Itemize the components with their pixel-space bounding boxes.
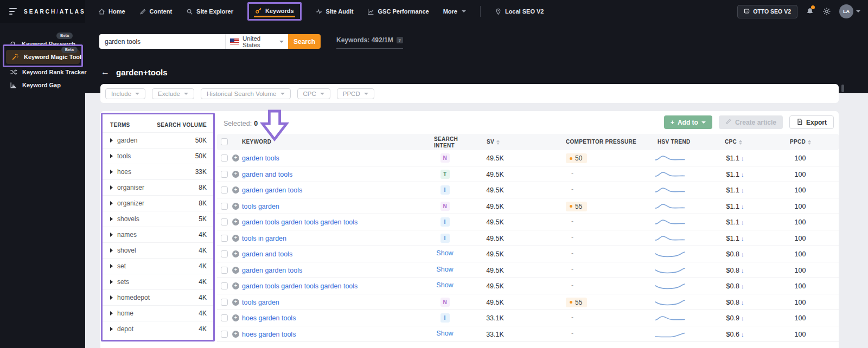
sort-icon[interactable] (496, 140, 500, 145)
sidebar-item-keyword-rank-tracker[interactable]: Keyword Rank Tracker (0, 66, 87, 78)
term-row[interactable]: shovels5K (103, 211, 213, 227)
keyword-link[interactable]: tools garden (242, 203, 279, 210)
expand-triangle-icon[interactable] (110, 295, 113, 300)
nav-item-content[interactable]: Content (139, 8, 173, 15)
expand-triangle-icon[interactable] (110, 217, 113, 221)
row-checkbox[interactable] (221, 154, 228, 162)
search-intent-column-header[interactable]: SEARCH INTENT (434, 136, 464, 149)
filter-exclude[interactable]: Exclude (152, 88, 194, 99)
keyword-link[interactable]: garden tools garden tools garden tools (242, 218, 358, 226)
term-row[interactable]: home4K (103, 305, 213, 321)
keyword-link[interactable]: garden tools (242, 154, 279, 162)
show-intent-link[interactable]: Show (436, 249, 453, 257)
term-row[interactable]: hoes33K (103, 164, 213, 179)
hsv-trend-column-header[interactable]: HSV TREND (658, 139, 690, 145)
hamburger-menu-icon[interactable] (9, 8, 17, 15)
term-row[interactable]: sets4K (103, 274, 213, 289)
cpc-column-header[interactable]: CPC (725, 139, 742, 145)
term-row[interactable]: set4K (103, 258, 213, 274)
keyword-link[interactable]: tools in garden (242, 235, 286, 242)
show-intent-link[interactable]: Show (436, 266, 453, 273)
export-button[interactable]: Export (789, 115, 834, 129)
expand-plus-icon[interactable]: + (232, 186, 239, 194)
expand-plus-icon[interactable]: + (232, 314, 239, 321)
expand-plus-icon[interactable]: + (232, 203, 239, 210)
keyword-link[interactable]: garden tools garden tools garden tools (242, 282, 358, 290)
row-checkbox[interactable] (221, 186, 228, 194)
sidebar-item-keyword-gap[interactable]: Keyword Gap (0, 79, 61, 91)
expand-plus-icon[interactable]: + (232, 267, 239, 274)
expand-plus-icon[interactable]: + (232, 331, 239, 338)
term-row[interactable]: depot4K (103, 321, 213, 337)
filter-include[interactable]: Include (105, 88, 145, 99)
expand-triangle-icon[interactable] (110, 248, 113, 253)
row-checkbox[interactable] (221, 267, 228, 274)
expand-triangle-icon[interactable] (110, 311, 113, 315)
search-input[interactable] (99, 34, 225, 49)
ppcd-column-header[interactable]: PPCD (790, 139, 811, 145)
expand-triangle-icon[interactable] (110, 280, 113, 284)
term-row[interactable]: homedepot4K (103, 289, 213, 305)
row-checkbox[interactable] (221, 331, 228, 338)
expand-triangle-icon[interactable] (110, 327, 113, 331)
expand-plus-icon[interactable]: + (232, 282, 239, 289)
row-checkbox[interactable] (221, 235, 228, 242)
expand-plus-icon[interactable]: + (232, 299, 239, 306)
nav-item-more[interactable]: More (443, 8, 466, 15)
expand-triangle-icon[interactable] (110, 233, 113, 237)
row-checkbox[interactable] (221, 282, 228, 289)
competitor-pressure-column-header[interactable]: COMPETITOR PRESSURE (566, 139, 636, 145)
filter-ppcd[interactable]: PPCD (337, 88, 374, 99)
settings-gear-icon[interactable] (822, 7, 831, 16)
nav-item-keywords[interactable]: Keywords (247, 2, 302, 21)
sort-icon[interactable] (739, 140, 742, 145)
term-row[interactable]: names4K (103, 227, 213, 242)
country-select[interactable]: United States (225, 34, 288, 49)
user-menu[interactable]: LA (839, 4, 860, 18)
expand-triangle-icon[interactable] (110, 154, 113, 158)
expand-triangle-icon[interactable] (110, 170, 113, 174)
expand-plus-icon[interactable]: + (232, 218, 239, 225)
info-icon[interactable]: ? (397, 37, 403, 43)
expand-plus-icon[interactable]: + (232, 250, 239, 257)
row-checkbox[interactable] (221, 250, 228, 257)
filter-historical-search-volume[interactable]: Historical Search Volume (201, 88, 290, 99)
keyword-link[interactable]: garden and tools (242, 171, 292, 178)
expand-triangle-icon[interactable] (110, 185, 113, 190)
row-checkbox[interactable] (221, 299, 228, 306)
expand-triangle-icon[interactable] (110, 201, 113, 205)
select-all-checkbox[interactable] (221, 138, 228, 145)
expand-triangle-icon[interactable] (110, 264, 113, 268)
nav-item-home[interactable]: Home (98, 8, 125, 15)
term-row[interactable]: tools50K (103, 148, 213, 164)
show-intent-link[interactable]: Show (436, 330, 453, 337)
term-row[interactable]: organizer8K (103, 195, 213, 211)
filter-cpc[interactable]: CPC (297, 88, 330, 99)
vertical-scrollbar[interactable] (841, 85, 844, 92)
keyword-link[interactable]: garden garden tools (242, 186, 302, 194)
keyword-link[interactable]: garden garden tools (242, 267, 302, 274)
keyword-link[interactable]: hoes garden tools (242, 314, 296, 322)
keyword-link[interactable]: garden and tools (242, 250, 292, 258)
term-row[interactable]: garden50K (103, 132, 213, 148)
sv-column-header[interactable]: SV (487, 139, 500, 145)
keyword-link[interactable]: hoes garden tools (242, 331, 296, 338)
expand-triangle-icon[interactable] (110, 138, 113, 143)
add-to-button[interactable]: + Add to (664, 115, 712, 129)
term-row[interactable]: shovel4K (103, 242, 213, 258)
row-checkbox[interactable] (221, 171, 228, 178)
row-checkbox[interactable] (221, 218, 228, 225)
back-arrow-icon[interactable]: ← (101, 67, 110, 77)
nav-item-site-explorer[interactable]: Site Explorer (186, 8, 233, 15)
show-intent-link[interactable]: Show (436, 281, 453, 289)
search-button[interactable]: Search (288, 34, 321, 49)
expand-plus-icon[interactable]: + (232, 154, 239, 162)
nav-item-gsc-performance[interactable]: GSC Performance (367, 8, 429, 15)
create-article-button[interactable]: Create article (719, 115, 783, 129)
nav-item-site-audit[interactable]: Site Audit (316, 8, 354, 15)
sort-icon[interactable] (808, 140, 811, 145)
row-checkbox[interactable] (221, 314, 228, 321)
nav-item-local-seo-v2[interactable]: Local SEO V2 (495, 8, 544, 15)
expand-plus-icon[interactable]: + (232, 171, 239, 178)
row-checkbox[interactable] (221, 203, 228, 210)
